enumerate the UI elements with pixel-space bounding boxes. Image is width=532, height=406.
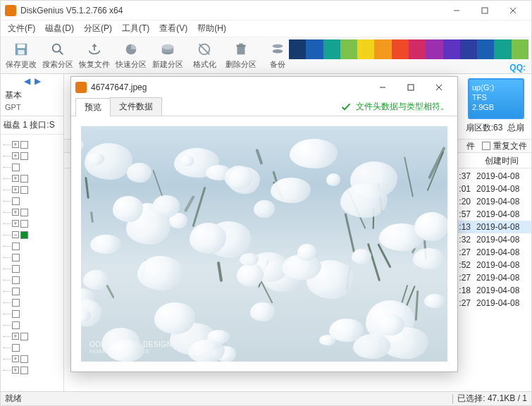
partition-type-basic: 基本 xyxy=(1,88,63,103)
table-row[interactable]: :522019-04-08 xyxy=(451,259,531,271)
duplicate-files-checkbox[interactable]: 重复文件 xyxy=(482,140,527,152)
magnifier-icon xyxy=(49,41,67,58)
format-icon xyxy=(195,41,214,58)
status-selected: 已选择: 47.1KB / 1 xyxy=(457,393,527,405)
main-close-button[interactable] xyxy=(499,2,527,19)
tree-item[interactable]: + xyxy=(4,218,61,229)
partition-tree[interactable]: ++++++−+++ xyxy=(1,135,63,380)
tab-file-data[interactable]: 文件数据 xyxy=(110,97,162,116)
nav-right-icon[interactable]: ▶ xyxy=(35,76,41,86)
tree-item[interactable] xyxy=(4,308,61,319)
table-row[interactable]: :202019-04-08 xyxy=(451,195,531,208)
file-type-suffix: 件 xyxy=(466,140,475,152)
left-nav-arrows: ◀ ▶ xyxy=(1,74,63,88)
tree-item[interactable] xyxy=(4,252,61,263)
duplicate-files-label: 重复文件 xyxy=(493,140,527,152)
svg-point-14 xyxy=(273,44,283,48)
tree-item[interactable]: + xyxy=(4,364,61,376)
menu-view[interactable]: 查看(V) xyxy=(155,21,192,36)
table-row[interactable]: :272019-04-08 xyxy=(451,271,531,284)
app-icon xyxy=(5,5,16,16)
tab-preview[interactable]: 预览 xyxy=(75,98,111,116)
table-row[interactable]: :272019-04-08 xyxy=(451,297,531,309)
tree-item[interactable] xyxy=(4,285,61,297)
tree-item[interactable] xyxy=(4,319,61,331)
toolbar-search-partition-button[interactable]: 搜索分区 xyxy=(40,39,75,70)
tree-item[interactable] xyxy=(4,195,61,207)
app-title: DiskGenius V5.1.2.766 x64 xyxy=(20,6,443,16)
svg-rect-11 xyxy=(237,46,245,54)
menu-disk[interactable]: 磁盘(D) xyxy=(41,21,78,36)
tree-item[interactable] xyxy=(4,297,61,308)
toolbar-new-partition-button[interactable]: 新建分区 xyxy=(150,39,185,70)
toolbar-format-button[interactable]: 格式化 xyxy=(187,39,222,70)
tree-item[interactable]: + xyxy=(4,173,61,184)
tree-item[interactable]: + xyxy=(4,139,61,150)
file-header-hint: 文件头数据与类型相符。 xyxy=(340,101,449,113)
volume-box[interactable]: up(G:) TFS 2.9GB xyxy=(468,78,524,119)
rainbow-banner xyxy=(289,39,528,59)
preview-close-button[interactable] xyxy=(425,78,453,97)
toolbar-format-label: 格式化 xyxy=(193,59,216,70)
checkbox-icon xyxy=(482,142,490,150)
tree-item[interactable]: + xyxy=(4,184,61,195)
tree-item[interactable] xyxy=(4,263,61,274)
backup-icon xyxy=(268,41,287,58)
toolbar-delete-partition-button[interactable]: 删除分区 xyxy=(223,39,259,70)
table-row[interactable]: :012019-04-08 xyxy=(451,183,531,195)
menu-help[interactable]: 帮助(H) xyxy=(193,21,230,36)
toolbar-quick-partition-button[interactable]: 快速分区 xyxy=(113,39,149,70)
toolbar-new-label: 新建分区 xyxy=(152,59,183,70)
preview-maximize-button[interactable] xyxy=(397,78,425,97)
toolbar-del-label: 删除分区 xyxy=(225,59,256,70)
new-part-icon xyxy=(159,41,177,58)
svg-point-8 xyxy=(162,44,174,49)
preview-minimize-button[interactable] xyxy=(369,78,397,97)
table-row[interactable]: :322019-04-08 xyxy=(451,233,531,246)
volume-fs: TFS xyxy=(472,92,520,102)
svg-rect-13 xyxy=(239,44,243,45)
toolbar-backup-label: 备份 xyxy=(270,59,285,70)
tree-item[interactable]: − xyxy=(4,229,61,240)
table-row[interactable]: :182019-04-08 xyxy=(451,284,531,297)
file-header-hint-text: 文件头数据与类型相符。 xyxy=(356,101,449,113)
preview-app-icon xyxy=(75,82,87,93)
svg-rect-2 xyxy=(18,44,25,48)
toolbar-save-label: 保存更改 xyxy=(6,59,37,70)
tree-item[interactable] xyxy=(4,342,61,353)
tree-item[interactable]: + xyxy=(4,207,61,218)
disk-row[interactable]: 磁盘 1 接口:S xyxy=(1,116,63,135)
tree-item[interactable]: + xyxy=(4,150,61,161)
recover-icon xyxy=(85,41,104,58)
table-row[interactable]: :272019-04-08 xyxy=(451,246,531,259)
menu-tool[interactable]: 工具(T) xyxy=(118,21,154,36)
toolbar-recover-button[interactable]: 恢复文件 xyxy=(77,39,112,70)
tree-item[interactable] xyxy=(4,274,61,285)
preview-titlebar[interactable]: 46747647.jpeg xyxy=(71,77,457,98)
status-bar: 就绪 已选择: 47.1KB / 1 xyxy=(1,391,531,405)
tree-item[interactable] xyxy=(4,240,61,252)
svg-point-15 xyxy=(273,49,283,54)
trash-icon xyxy=(232,41,250,58)
svg-rect-16 xyxy=(408,85,414,90)
main-titlebar[interactable]: DiskGenius V5.1.2.766 x64 xyxy=(1,1,531,20)
tree-item[interactable] xyxy=(4,161,61,173)
table-row[interactable]: :572019-04-08 xyxy=(451,208,531,221)
status-ready: 就绪 xyxy=(5,393,22,405)
volume-name: up(G:) xyxy=(472,82,520,92)
preview-window[interactable]: 46747647.jpeg 预览 文件数据 文件头数据与类型相符。 OO POR… xyxy=(70,76,458,372)
main-maximize-button[interactable] xyxy=(471,2,499,19)
qq-label: QQ: xyxy=(509,63,526,73)
tree-item[interactable]: + xyxy=(4,331,61,342)
table-row[interactable]: :132019-04-08 xyxy=(451,221,531,233)
volume-size: 2.9GB xyxy=(472,102,520,112)
nav-left-icon[interactable]: ◀ xyxy=(24,76,30,86)
tree-item[interactable]: + xyxy=(4,353,61,364)
col-create-time: 创建时间 xyxy=(485,155,519,167)
sector-count: 扇区数:63 总扇 xyxy=(466,122,524,134)
main-minimize-button[interactable] xyxy=(443,2,471,19)
menu-file[interactable]: 文件(F) xyxy=(4,21,39,36)
toolbar-save-button[interactable]: 保存更改 xyxy=(4,39,39,70)
menu-partition[interactable]: 分区(P) xyxy=(80,21,116,36)
table-row[interactable]: :372019-04-08 xyxy=(451,170,531,183)
